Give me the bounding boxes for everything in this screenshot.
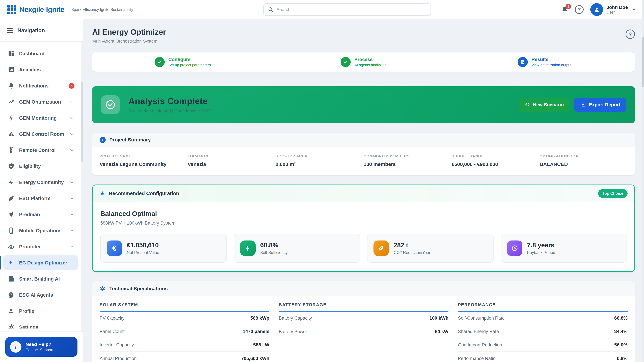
help-icon[interactable]: ? (575, 5, 584, 14)
chevron-down-icon (631, 7, 636, 12)
alert-triangle-icon (8, 131, 15, 138)
sidebar-scrollbar-thumb[interactable] (81, 82, 83, 162)
check-icon (340, 57, 351, 67)
sidebar-item-ec-design-optimizer[interactable]: EC Design Optimizer (3, 255, 78, 270)
step-configure[interactable]: Configure Set up project parameters (92, 57, 273, 67)
sidebar-item-gem-optimization[interactable]: GEM Optimization (3, 94, 78, 109)
remote-icon (8, 147, 15, 154)
top-choice-badge: Top Choice (598, 189, 628, 198)
sidebar-item-settings[interactable]: Settings (3, 320, 78, 329)
spec-row: Annual Production705,600 kWh (100, 352, 269, 362)
sidebar-scrollbar[interactable] (81, 41, 83, 362)
chart-icon (518, 57, 528, 67)
sidebar-item-smart-building-ai[interactable]: Smart Building AI (3, 272, 78, 286)
search-icon (268, 7, 274, 12)
help-card-subtitle: Contact Support (26, 348, 53, 352)
sidebar-item-dashboard[interactable]: Dashboard (3, 46, 78, 61)
sidebar-item-predman[interactable]: Predman (3, 207, 78, 222)
sidebar: Navigation Dashboard Analytics Notificat… (0, 19, 83, 362)
sidebar-item-energy-community[interactable]: Energy Community (3, 175, 78, 190)
user-role: User (606, 10, 628, 14)
search-box[interactable] (263, 3, 431, 16)
sparkles-icon (8, 259, 15, 266)
info-icon: i (100, 137, 106, 143)
summary-field-project-name: PROJECT NAME Venezia Laguna Community (100, 154, 188, 167)
user-name: John Doe (606, 5, 628, 10)
window-scrollbar[interactable] (642, 0, 644, 362)
sidebar-item-eligibility[interactable]: Eligibility (3, 159, 78, 174)
dashboard-icon (8, 50, 15, 57)
spec-column-battery-storage: BATTERY STORAGE Battery Capacity100 kWh … (279, 302, 448, 362)
metric-co2-reduction: 282 t CO2 Reduction/Year (367, 234, 494, 263)
chevron-down-icon (70, 99, 74, 104)
chevron-down-icon (70, 244, 74, 249)
notifications-badge: 8 (69, 83, 74, 89)
page-title: AI Energy Optimizer (92, 27, 166, 36)
zap-icon (8, 114, 15, 121)
spec-row: Battery Power50 kW (279, 325, 448, 338)
sidebar-item-gem-monitoring[interactable]: GEM Monitoring (3, 111, 78, 125)
sidebar-list: Dashboard Analytics Notifications 8 GEM … (0, 41, 81, 329)
leaf-icon (374, 241, 389, 256)
metric-payback-period: 7.8 years Payback Period (500, 234, 627, 263)
metric-net-present-value: € €1,050,610 Net Present Value (100, 234, 227, 263)
shield-check-icon (8, 163, 15, 170)
menu-toggle-icon[interactable] (7, 27, 13, 34)
search-input[interactable] (276, 7, 426, 12)
gear-icon (8, 324, 15, 329)
technical-specifications-card: Technical Specifications SOLAR SYSTEM PV… (92, 281, 635, 362)
workflow-stepper: Configure Set up project parameters Proc… (92, 52, 635, 71)
user-menu[interactable]: John Doe User (590, 3, 636, 16)
bell-icon (8, 82, 15, 89)
brand-tagline: Spark Efficiency Ignite Sustainability (71, 7, 133, 12)
trending-up-icon (8, 98, 15, 105)
chevron-down-icon (70, 212, 74, 217)
notifications-bell[interactable]: 2 (561, 6, 568, 13)
sidebar-item-promoter[interactable]: Promoter (3, 239, 78, 254)
spec-row: Grid Import Reduction56.0% (458, 338, 628, 352)
new-scenario-button[interactable]: New Scenario (518, 98, 570, 112)
spec-row: Inverter Capacity588 kW (100, 338, 269, 352)
brand: Nexgile-Ignite Spark Efficiency Ignite S… (8, 5, 133, 14)
window-scrollbar-thumb[interactable] (642, 37, 644, 87)
sidebar-item-esg-ai-agents[interactable]: ESG AI Agents (3, 288, 78, 302)
chevron-down-icon (70, 115, 74, 120)
export-report-button[interactable]: Export Report (574, 98, 626, 112)
sidebar-item-analytics[interactable]: Analytics (3, 62, 78, 77)
brand-name: Nexgile-Ignite (20, 5, 64, 13)
sidebar-item-remote-control[interactable]: Remote Control (3, 143, 78, 158)
sidebar-item-mobile-operations[interactable]: Mobile Operations (3, 223, 78, 238)
banner-title: Analysis Complete (128, 96, 518, 106)
gear-icon (100, 286, 106, 292)
spec-row: Performance Ratio0.8% (458, 352, 628, 362)
refresh-icon (524, 102, 530, 107)
sidebar-item-esg-platform[interactable]: ESG Platform (3, 191, 78, 206)
chevron-down-icon (70, 228, 74, 233)
summary-field-rooftop-area: ROOFTOP AREA 2,800 m² (276, 154, 364, 167)
step-results[interactable]: Results View optimization output (454, 57, 635, 67)
configuration-description: 588kW PV + 100kWh Battery System (100, 221, 627, 226)
chevron-down-icon (70, 132, 74, 137)
sidebar-item-profile[interactable]: Profile (3, 304, 78, 319)
project-summary-card: i Project Summary PROJECT NAME Venezia L… (92, 133, 635, 175)
sidebar-item-gem-control-room[interactable]: GEM Control Room (3, 127, 78, 141)
summary-field-location: LOCATION Venezia (188, 154, 276, 167)
avatar (590, 3, 603, 16)
metric-self-sufficiency: 68.8% Self Sufficiency (234, 234, 360, 263)
bolt-icon (240, 241, 256, 256)
plug-icon (8, 211, 15, 218)
notification-count-badge: 2 (566, 4, 571, 9)
brand-logo-icon (8, 5, 16, 14)
building-icon (8, 275, 15, 282)
tech-specs-title: Technical Specifications (109, 286, 168, 292)
page-help-icon[interactable]: ? (626, 29, 635, 39)
need-help-card[interactable]: i Need Help? Contact Support (5, 337, 78, 357)
chevron-down-icon (70, 148, 74, 153)
sidebar-item-notifications[interactable]: Notifications 8 (3, 78, 78, 93)
help-card-title: Need Help? (26, 342, 53, 347)
configuration-name: Balanced Optimal (100, 210, 627, 218)
step-process[interactable]: Process AI agents analyzing (273, 57, 454, 67)
spec-column-performance: PERFORMANCE Self-Consumption Rate68.8% S… (458, 302, 628, 362)
recommended-configuration-card: ★ Recommended Configuration Top Choice B… (92, 185, 635, 272)
users-icon (8, 243, 15, 250)
